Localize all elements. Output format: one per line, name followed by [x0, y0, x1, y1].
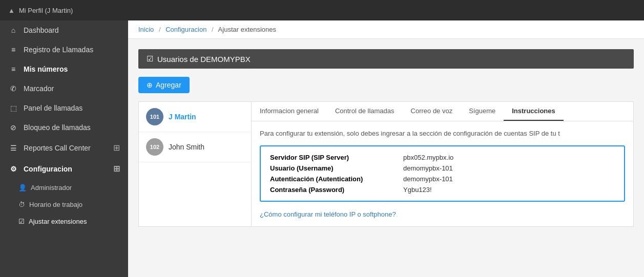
registro-icon: ≡ — [8, 46, 18, 54]
sidebar-item-label: Dashboard — [24, 26, 59, 34]
tab-correo-voz[interactable]: Correo de voz — [403, 102, 461, 121]
users-panel: 101 J Martin 102 John Smith Informacion … — [138, 101, 634, 227]
breadcrumb-current: Ajustar extensiones — [218, 26, 276, 33]
tab-content-instrucciones: Para configurar tu extensión, solo debes… — [252, 121, 633, 226]
sip-auth-label: Autenticación (Autentication) — [270, 175, 403, 183]
horario-icon: ⏱ — [18, 201, 25, 208]
config-link[interactable]: ¿Cómo configurar mi teléfono IP o softph… — [260, 210, 396, 218]
main-layout: ⌂ Dashboard ≡ Registro de Llamadas ≡ Mis… — [0, 20, 644, 277]
page-content: ☑ Usuarios de DEMOMYPBX ⊕ Agregar 101 J … — [128, 39, 644, 277]
sip-auth-value: demomypbx-101 — [403, 175, 453, 183]
sidebar-sub-label: Ajustar extensiones — [29, 218, 87, 225]
sidebar-item-label: Registro de Llamadas — [24, 46, 93, 54]
sip-username-label: Usuario (Username) — [270, 164, 403, 172]
tab-control-llamadas[interactable]: Control de llamadas — [327, 102, 403, 121]
user-label: Mi Perfil (J Martin) — [19, 7, 73, 14]
sidebar-item-panel-llamadas[interactable]: ⬚ Panel de llamadas — [0, 98, 128, 118]
sidebar-item-dashboard[interactable]: ⌂ Dashboard — [0, 20, 128, 40]
sip-row-server: Servidor SIP (SIP Server) pbx052.mypbx.i… — [270, 154, 615, 161]
sidebar-item-label: Bloqueo de llamadas — [24, 123, 91, 132]
add-icon: ⊕ — [147, 81, 153, 89]
marcador-icon: ✆ — [8, 84, 18, 93]
user-list: 101 J Martin 102 John Smith — [138, 101, 251, 227]
bloqueo-icon: ⊘ — [8, 123, 18, 132]
sip-info-box: Servidor SIP (SIP Server) pbx052.mypbx.i… — [260, 145, 625, 202]
sidebar-sub-item-ajustar-extensiones[interactable]: ☑ Ajustar extensiones — [0, 213, 128, 230]
user-badge-101: 101 — [146, 108, 163, 125]
sidebar-item-label: Marcador — [24, 84, 54, 93]
instructions-description: Para configurar tu extensión, solo debes… — [260, 130, 625, 137]
breadcrumb-inicio[interactable]: Inicio — [138, 26, 154, 33]
breadcrumb: Inicio / Configuracion / Ajustar extensi… — [128, 20, 644, 39]
sidebar-item-reportes[interactable]: ☰ Reportes Call Center ⊞ — [0, 137, 128, 158]
user-list-item[interactable]: 101 J Martin — [139, 102, 251, 132]
admin-icon: 👤 — [18, 184, 27, 191]
mis-numeros-icon: ≡ — [8, 65, 18, 73]
reportes-icon: ☰ — [8, 144, 18, 152]
user-list-item[interactable]: 102 John Smith — [139, 132, 251, 162]
sip-server-label: Servidor SIP (SIP Server) — [270, 154, 403, 161]
sidebar-sub-item-horario[interactable]: ⏱ Horario de trabajo — [0, 196, 128, 213]
sidebar-sub-label: Horario de trabajo — [29, 201, 82, 208]
tab-instrucciones[interactable]: Instrucciones — [504, 102, 564, 121]
sip-password-label: Contraseña (Password) — [270, 186, 403, 194]
breadcrumb-configuracion[interactable]: Configuracion — [165, 26, 206, 33]
sip-password-value: Ygbu123! — [403, 186, 432, 194]
detail-panel: Informacion general Control de llamadas … — [251, 101, 634, 227]
sidebar-item-marcador[interactable]: ✆ Marcador — [0, 79, 128, 98]
content-area: Inicio / Configuracion / Ajustar extensi… — [128, 20, 644, 277]
configuracion-icon: ⚙ — [8, 165, 18, 173]
tabs: Informacion general Control de llamadas … — [252, 102, 633, 121]
configuracion-expand-icon: ⊞ — [113, 164, 120, 174]
user-name-johnsmith: John Smith — [169, 143, 204, 151]
sip-username-value: demomypbx-101 — [403, 164, 453, 172]
ajustar-extensiones-icon: ☑ — [18, 218, 25, 225]
sip-row-password: Contraseña (Password) Ygbu123! — [270, 186, 615, 194]
sip-server-value: pbx052.mypbx.io — [403, 154, 453, 161]
top-bar: ▲ Mi Perfil (J Martin) — [0, 0, 644, 20]
sidebar-item-mis-numeros[interactable]: ≡ Mis números — [0, 59, 128, 79]
sidebar-item-configuracion[interactable]: ⚙ Configuracion ⊞ — [0, 158, 128, 179]
sidebar-item-label: Configuracion — [24, 165, 72, 173]
user-name-jmartin: J Martin — [169, 113, 196, 121]
sidebar-sub-item-administrador[interactable]: 👤 Administrador — [0, 179, 128, 196]
add-button[interactable]: ⊕ Agregar — [138, 77, 190, 93]
sip-row-auth: Autenticación (Autentication) demomypbx-… — [270, 175, 615, 183]
panel-llamadas-icon: ⬚ — [8, 104, 18, 112]
page-title: Usuarios de DEMOMYPBX — [157, 55, 251, 63]
sidebar-item-label: Panel de llamadas — [24, 104, 82, 112]
dashboard-icon: ⌂ — [8, 26, 18, 34]
tab-sigueme[interactable]: Sígueme — [461, 102, 504, 121]
reportes-expand-icon: ⊞ — [113, 143, 120, 153]
page-header: ☑ Usuarios de DEMOMYPBX — [138, 49, 634, 69]
sidebar-item-bloqueo[interactable]: ⊘ Bloqueo de llamadas — [0, 118, 128, 137]
add-button-label: Agregar — [156, 81, 181, 89]
tab-informacion-general[interactable]: Informacion general — [252, 102, 327, 121]
sidebar-item-label: Reportes Call Center — [24, 144, 91, 152]
sidebar: ⌂ Dashboard ≡ Registro de Llamadas ≡ Mis… — [0, 20, 128, 277]
user-icon: ▲ — [8, 7, 15, 14]
sip-row-username: Usuario (Username) demomypbx-101 — [270, 164, 615, 172]
sidebar-item-registro[interactable]: ≡ Registro de Llamadas — [0, 40, 128, 59]
user-badge-102: 102 — [146, 138, 163, 156]
page-header-icon: ☑ — [147, 54, 153, 63]
sidebar-sub-label: Administrador — [31, 184, 72, 191]
sidebar-item-label: Mis números — [24, 65, 68, 73]
